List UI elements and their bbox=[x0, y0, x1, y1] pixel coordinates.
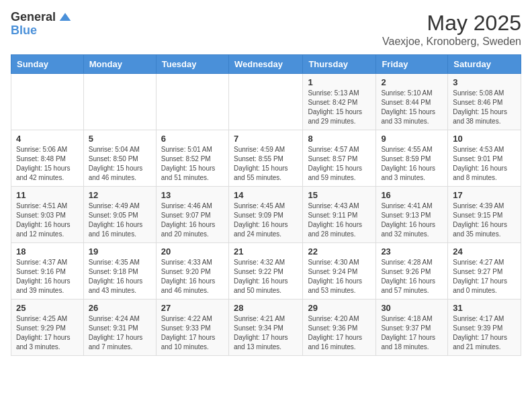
calendar-cell: 20Sunrise: 4:33 AM Sunset: 9:20 PM Dayli… bbox=[156, 243, 228, 300]
day-number: 26 bbox=[89, 303, 151, 313]
page-header: General Blue May 2025 Vaexjoe, Kronoberg… bbox=[11, 11, 521, 48]
day-number: 22 bbox=[308, 246, 371, 257]
day-info: Sunrise: 4:28 AM Sunset: 9:26 PM Dayligh… bbox=[381, 258, 443, 295]
weekday-header: Saturday bbox=[448, 55, 521, 74]
day-number: 19 bbox=[89, 246, 151, 257]
day-info: Sunrise: 4:21 AM Sunset: 9:34 PM Dayligh… bbox=[234, 314, 298, 352]
weekday-header: Wednesday bbox=[228, 55, 302, 74]
location-title: Vaexjoe, Kronoberg, Sweden bbox=[382, 36, 521, 48]
day-info: Sunrise: 4:33 AM Sunset: 9:20 PM Dayligh… bbox=[161, 258, 224, 295]
title-block: May 2025 Vaexjoe, Kronoberg, Sweden bbox=[382, 11, 521, 48]
day-number: 7 bbox=[234, 134, 298, 144]
day-info: Sunrise: 4:30 AM Sunset: 9:24 PM Dayligh… bbox=[308, 258, 371, 295]
calendar-cell: 15Sunrise: 4:43 AM Sunset: 9:11 PM Dayli… bbox=[303, 187, 376, 243]
month-title: May 2025 bbox=[382, 11, 521, 36]
day-info: Sunrise: 4:39 AM Sunset: 9:15 PM Dayligh… bbox=[453, 201, 516, 239]
calendar-cell: 1Sunrise: 5:13 AM Sunset: 8:42 PM Daylig… bbox=[303, 74, 376, 130]
day-info: Sunrise: 4:53 AM Sunset: 9:01 PM Dayligh… bbox=[453, 145, 516, 183]
day-info: Sunrise: 4:37 AM Sunset: 9:16 PM Dayligh… bbox=[16, 258, 79, 295]
day-info: Sunrise: 5:08 AM Sunset: 8:46 PM Dayligh… bbox=[453, 89, 516, 126]
day-info: Sunrise: 5:01 AM Sunset: 8:52 PM Dayligh… bbox=[161, 145, 224, 183]
day-number: 21 bbox=[234, 246, 298, 257]
calendar-cell: 21Sunrise: 4:32 AM Sunset: 9:22 PM Dayli… bbox=[228, 243, 302, 300]
calendar-table: SundayMondayTuesdayWednesdayThursdayFrid… bbox=[11, 54, 521, 356]
day-info: Sunrise: 5:13 AM Sunset: 8:42 PM Dayligh… bbox=[308, 89, 371, 126]
day-info: Sunrise: 4:32 AM Sunset: 9:22 PM Dayligh… bbox=[234, 258, 298, 295]
calendar-cell: 23Sunrise: 4:28 AM Sunset: 9:26 PM Dayli… bbox=[376, 243, 448, 300]
calendar-cell: 25Sunrise: 4:25 AM Sunset: 9:29 PM Dayli… bbox=[11, 300, 84, 356]
day-info: Sunrise: 5:06 AM Sunset: 8:48 PM Dayligh… bbox=[16, 145, 79, 183]
day-info: Sunrise: 4:59 AM Sunset: 8:55 PM Dayligh… bbox=[234, 145, 298, 183]
day-info: Sunrise: 4:17 AM Sunset: 9:39 PM Dayligh… bbox=[453, 314, 516, 352]
calendar-cell: 22Sunrise: 4:30 AM Sunset: 9:24 PM Dayli… bbox=[303, 243, 376, 300]
day-info: Sunrise: 4:45 AM Sunset: 9:09 PM Dayligh… bbox=[234, 201, 298, 239]
day-info: Sunrise: 4:55 AM Sunset: 8:59 PM Dayligh… bbox=[381, 145, 443, 183]
day-number: 10 bbox=[453, 134, 516, 144]
weekday-header: Friday bbox=[376, 55, 448, 74]
day-info: Sunrise: 4:49 AM Sunset: 9:05 PM Dayligh… bbox=[89, 201, 151, 239]
logo: General Blue bbox=[11, 11, 72, 38]
day-number: 12 bbox=[89, 190, 151, 200]
day-number: 6 bbox=[161, 134, 224, 144]
calendar-cell: 10Sunrise: 4:53 AM Sunset: 9:01 PM Dayli… bbox=[448, 130, 521, 187]
day-number: 25 bbox=[16, 303, 79, 313]
calendar-cell: 28Sunrise: 4:21 AM Sunset: 9:34 PM Dayli… bbox=[228, 300, 302, 356]
calendar-cell: 9Sunrise: 4:55 AM Sunset: 8:59 PM Daylig… bbox=[376, 130, 448, 187]
day-number: 8 bbox=[308, 134, 371, 144]
calendar-cell: 30Sunrise: 4:18 AM Sunset: 9:37 PM Dayli… bbox=[376, 300, 448, 356]
day-number: 16 bbox=[381, 190, 443, 200]
day-number: 28 bbox=[234, 303, 298, 313]
day-info: Sunrise: 4:22 AM Sunset: 9:33 PM Dayligh… bbox=[161, 314, 224, 352]
calendar-cell bbox=[11, 74, 84, 130]
calendar-cell: 13Sunrise: 4:46 AM Sunset: 9:07 PM Dayli… bbox=[156, 187, 228, 243]
day-number: 11 bbox=[16, 190, 79, 200]
calendar-cell: 17Sunrise: 4:39 AM Sunset: 9:15 PM Dayli… bbox=[448, 187, 521, 243]
calendar-cell: 6Sunrise: 5:01 AM Sunset: 8:52 PM Daylig… bbox=[156, 130, 228, 187]
calendar-cell: 27Sunrise: 4:22 AM Sunset: 9:33 PM Dayli… bbox=[156, 300, 228, 356]
day-number: 15 bbox=[308, 190, 371, 200]
calendar-cell: 7Sunrise: 4:59 AM Sunset: 8:55 PM Daylig… bbox=[228, 130, 302, 187]
logo-general-text: General bbox=[11, 11, 56, 24]
day-number: 23 bbox=[381, 246, 443, 257]
day-info: Sunrise: 4:35 AM Sunset: 9:18 PM Dayligh… bbox=[89, 258, 151, 295]
day-info: Sunrise: 4:43 AM Sunset: 9:11 PM Dayligh… bbox=[308, 201, 371, 239]
day-number: 20 bbox=[161, 246, 224, 257]
calendar-cell: 2Sunrise: 5:10 AM Sunset: 8:44 PM Daylig… bbox=[376, 74, 448, 130]
calendar-cell bbox=[228, 74, 302, 130]
calendar-cell: 26Sunrise: 4:24 AM Sunset: 9:31 PM Dayli… bbox=[83, 300, 156, 356]
logo-icon bbox=[58, 11, 72, 24]
svg-marker-0 bbox=[60, 13, 71, 21]
calendar-cell: 12Sunrise: 4:49 AM Sunset: 9:05 PM Dayli… bbox=[83, 187, 156, 243]
day-number: 30 bbox=[381, 303, 443, 313]
day-number: 18 bbox=[16, 246, 79, 257]
weekday-header: Thursday bbox=[303, 55, 376, 74]
day-info: Sunrise: 4:51 AM Sunset: 9:03 PM Dayligh… bbox=[16, 201, 79, 239]
calendar-cell: 8Sunrise: 4:57 AM Sunset: 8:57 PM Daylig… bbox=[303, 130, 376, 187]
weekday-header: Monday bbox=[83, 55, 156, 74]
calendar-cell: 29Sunrise: 4:20 AM Sunset: 9:36 PM Dayli… bbox=[303, 300, 376, 356]
day-info: Sunrise: 4:18 AM Sunset: 9:37 PM Dayligh… bbox=[381, 314, 443, 352]
calendar-cell: 4Sunrise: 5:06 AM Sunset: 8:48 PM Daylig… bbox=[11, 130, 84, 187]
day-number: 9 bbox=[381, 134, 443, 144]
day-number: 3 bbox=[453, 77, 516, 87]
day-number: 14 bbox=[234, 190, 298, 200]
calendar-cell: 19Sunrise: 4:35 AM Sunset: 9:18 PM Dayli… bbox=[83, 243, 156, 300]
day-info: Sunrise: 5:04 AM Sunset: 8:50 PM Dayligh… bbox=[89, 145, 151, 183]
day-info: Sunrise: 4:41 AM Sunset: 9:13 PM Dayligh… bbox=[381, 201, 443, 239]
day-number: 5 bbox=[89, 134, 151, 144]
day-number: 2 bbox=[381, 77, 443, 87]
day-info: Sunrise: 4:46 AM Sunset: 9:07 PM Dayligh… bbox=[161, 201, 224, 239]
calendar-cell: 31Sunrise: 4:17 AM Sunset: 9:39 PM Dayli… bbox=[448, 300, 521, 356]
weekday-header: Sunday bbox=[11, 55, 84, 74]
logo-blue-text: Blue bbox=[11, 24, 72, 38]
day-number: 13 bbox=[161, 190, 224, 200]
calendar-cell: 11Sunrise: 4:51 AM Sunset: 9:03 PM Dayli… bbox=[11, 187, 84, 243]
calendar-cell bbox=[83, 74, 156, 130]
day-number: 24 bbox=[453, 246, 516, 257]
day-info: Sunrise: 4:57 AM Sunset: 8:57 PM Dayligh… bbox=[308, 145, 371, 183]
calendar-cell: 16Sunrise: 4:41 AM Sunset: 9:13 PM Dayli… bbox=[376, 187, 448, 243]
weekday-header: Tuesday bbox=[156, 55, 228, 74]
calendar-cell: 14Sunrise: 4:45 AM Sunset: 9:09 PM Dayli… bbox=[228, 187, 302, 243]
calendar-cell: 18Sunrise: 4:37 AM Sunset: 9:16 PM Dayli… bbox=[11, 243, 84, 300]
day-number: 1 bbox=[308, 77, 371, 87]
